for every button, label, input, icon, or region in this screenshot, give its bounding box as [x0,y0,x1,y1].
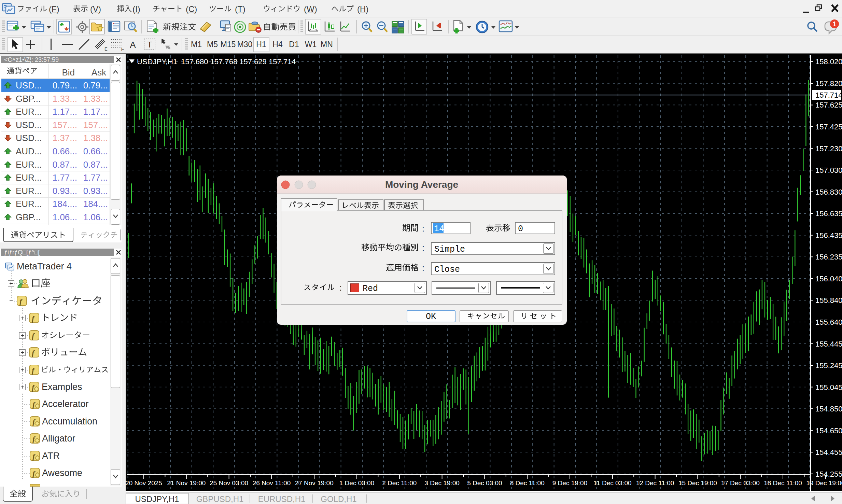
svg-text:155.245: 155.245 [815,361,842,370]
svg-text:3 Dec 19:00: 3 Dec 19:00 [424,479,459,487]
svg-text:19 Dec 19:00: 19 Dec 19:00 [806,479,842,487]
svg-text:F: F [121,47,124,52]
svg-text:155.640: 155.640 [815,318,842,326]
svg-text:157.714: 157.714 [815,91,842,99]
svg-text:156.040: 156.040 [815,275,842,283]
svg-text:USDJPY,H1: USDJPY,H1 [137,57,177,66]
svg-text:E: E [104,46,108,52]
svg-text:155.045: 155.045 [815,383,842,392]
svg-text:1 Dec 03:00: 1 Dec 03:00 [339,479,374,487]
svg-text:26 Nov 11:00: 26 Nov 11:00 [253,479,291,487]
svg-text:157.230: 157.230 [815,144,842,153]
svg-text:11 Dec 03:00: 11 Dec 03:00 [593,479,632,487]
svg-text:156.435: 156.435 [815,231,842,240]
svg-text:157.625: 157.625 [815,101,842,109]
svg-text:5 Dec 03:00: 5 Dec 03:00 [467,479,502,487]
svg-text:15 Dec 19:00: 15 Dec 19:00 [678,479,717,487]
svg-text:12 Dec 11:00: 12 Dec 11:00 [636,479,674,487]
svg-text:20 Nov 2025: 20 Nov 2025 [125,479,162,487]
svg-text:154.455: 154.455 [815,448,842,457]
svg-text:25 Nov 03:00: 25 Nov 03:00 [210,479,248,487]
svg-text:154.255: 154.255 [815,470,842,478]
svg-text:157.030: 157.030 [815,166,842,174]
svg-text:157.425: 157.425 [815,123,842,131]
svg-text:155.445: 155.445 [815,340,842,348]
svg-text:158.020: 158.020 [815,57,842,66]
svg-text:8 Dec 11:00: 8 Dec 11:00 [510,479,545,487]
svg-text:156.635: 156.635 [815,209,842,218]
svg-text:157.680 157.768 157.629 157.71: 157.680 157.768 157.629 157.714 [181,57,296,66]
svg-text:155.840: 155.840 [815,296,842,305]
svg-text:1: 1 [832,20,836,28]
svg-text:156.235: 156.235 [815,253,842,261]
svg-text:T: T [147,40,152,49]
svg-text:154.650: 154.650 [815,426,842,435]
svg-text:157.820: 157.820 [815,79,842,88]
svg-text:27 Nov 19:00: 27 Nov 19:00 [295,479,334,487]
svg-text:156.830: 156.830 [815,188,842,196]
svg-text:2 Dec 11:00: 2 Dec 11:00 [382,479,417,487]
svg-text:21 Nov 19:00: 21 Nov 19:00 [167,479,206,487]
svg-text:9 Dec 19:00: 9 Dec 19:00 [552,479,587,487]
svg-text:18 Dec 11:00: 18 Dec 11:00 [764,479,802,487]
svg-text:17 Dec 03:00: 17 Dec 03:00 [721,479,760,487]
svg-text:154.850: 154.850 [815,405,842,413]
